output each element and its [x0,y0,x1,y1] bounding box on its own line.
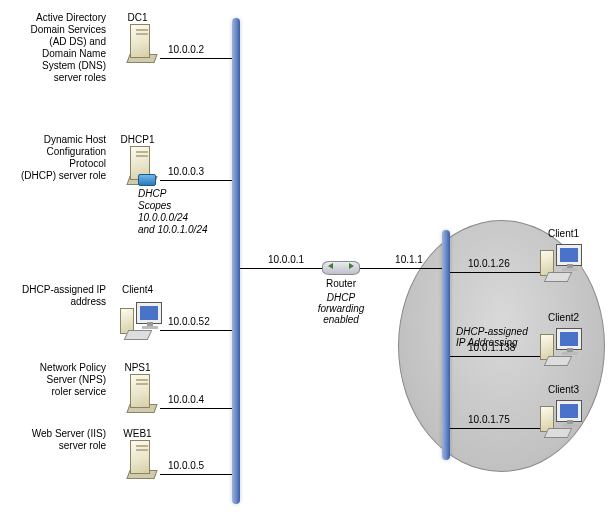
desc-WEB1: Web Server (IIS)server role [4,428,106,452]
note-DHCP1: DHCPScopes10.0.0.0/24and 10.0.1.0/24 [138,188,248,236]
link-leftbus-router [240,268,322,269]
desc-NPS1: Network PolicyServer (NPS)roler service [4,362,106,398]
host-label-Client3: Client3 [536,384,591,395]
link-Client3 [450,428,540,429]
left-bus [232,18,240,504]
link-Client1 [450,272,540,273]
ip-right-backbone: 10.1.1 [382,254,436,265]
ip-label-DC1: 10.0.0.2 [168,44,204,55]
ip-label-DHCP1: 10.0.0.3 [168,166,204,177]
host-label-Client2: Client2 [536,312,591,323]
ip-label-Client2: 10.0.1.138 [468,342,515,353]
router-label: Router [316,278,366,289]
ip-label-Client4: 10.0.0.52 [168,316,210,327]
link-Client2 [450,356,540,357]
network-diagram: DC110.0.0.2Active DirectoryDomain Servic… [0,0,611,512]
pc-icon-Client4 [120,302,162,342]
link-DHCP1 [160,180,232,181]
ip-label-Client1: 10.0.1.26 [468,258,510,269]
pc-icon-Client3 [540,400,582,440]
server-icon-WEB1 [128,440,158,480]
host-label-DC1: DC1 [110,12,165,23]
right-bus [442,230,450,460]
host-label-NPS1: NPS1 [110,362,165,373]
host-label-WEB1: WEB1 [110,428,165,439]
link-DC1 [160,58,232,59]
server-icon-DHCP1 [128,146,158,186]
server-icon-DC1 [128,24,158,64]
server-icon-NPS1 [128,374,158,414]
link-NPS1 [160,408,232,409]
host-label-Client4: Client4 [110,284,165,295]
router-note: DHCPforwardingenabled [312,292,370,325]
desc-DC1: Active DirectoryDomain Services(AD DS) a… [4,12,106,84]
host-label-Client1: Client1 [536,228,591,239]
link-Client4 [160,330,232,331]
pc-icon-Client1 [540,244,582,284]
desc-Client4: DHCP-assigned IPaddress [4,284,106,308]
link-router-rightbus [360,268,442,269]
pc-icon-Client2 [540,328,582,368]
link-WEB1 [160,474,232,475]
ip-label-Client3: 10.0.1.75 [468,414,510,425]
host-label-DHCP1: DHCP1 [110,134,165,145]
ip-label-WEB1: 10.0.0.5 [168,460,204,471]
ip-label-NPS1: 10.0.0.4 [168,394,204,405]
router-icon [322,258,360,278]
ip-left-backbone: 10.0.0.1 [256,254,316,265]
desc-DHCP1: Dynamic HostConfigurationProtocol(DHCP) … [4,134,106,182]
